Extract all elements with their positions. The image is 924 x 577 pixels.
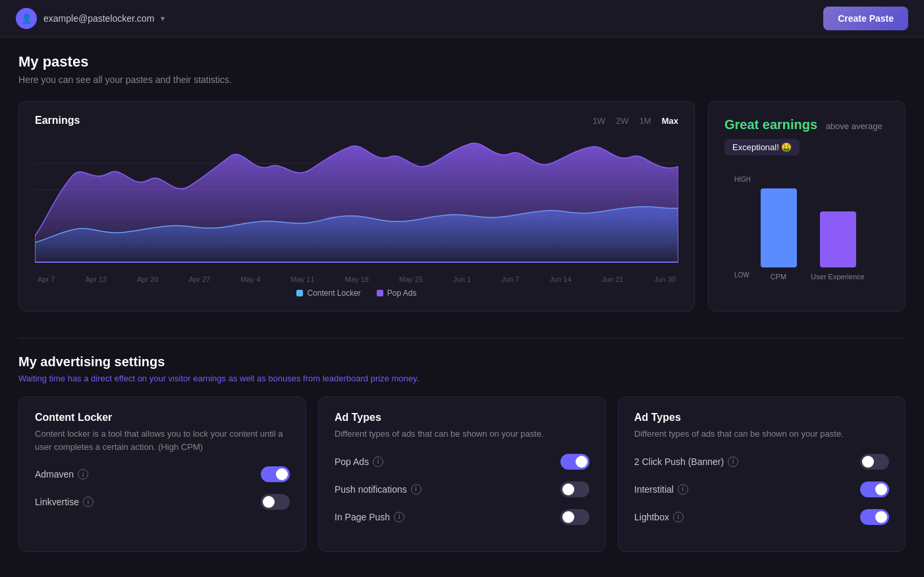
two-click-push-label: 2 Click Push (Banner) i (634, 456, 738, 467)
interstitial-info-icon[interactable]: i (678, 484, 688, 495)
push-notifications-info-icon[interactable]: i (411, 484, 421, 495)
two-click-push-info-icon[interactable]: i (728, 456, 738, 467)
admaven-label: Admaven i (35, 469, 88, 480)
admaven-toggle[interactable] (261, 466, 290, 482)
page-subtitle: Here you can see all your pastes and the… (18, 74, 906, 85)
exceptional-badge: Exceptional! 🤑 (724, 139, 800, 155)
earnings-chart-card: Earnings 1W 2W 1M Max (18, 101, 695, 312)
filter-2w[interactable]: 2W (616, 116, 629, 126)
x-label-apr7: Apr 7 (38, 275, 55, 283)
pop-ads-text: Pop Ads (335, 456, 369, 467)
chevron-down-icon: ▾ (161, 14, 165, 23)
earnings-header: Earnings 1W 2W 1M Max (35, 115, 678, 126)
ad-types-1-title: Ad Types (335, 412, 589, 424)
two-click-push-text: 2 Click Push (Banner) (634, 456, 724, 467)
legend-dot-content-locker (296, 290, 303, 296)
avatar: 👤 (16, 8, 37, 29)
interstitial-text: Interstitial (634, 484, 674, 495)
ad-types-card-2: Ad Types Different types of ads that can… (618, 397, 906, 552)
content-locker-card-title: Content Locker (35, 412, 290, 424)
svg-text:User Experience: User Experience (811, 273, 864, 281)
push-notifications-label: Push notifications i (335, 484, 421, 495)
lightbox-toggle[interactable] (860, 509, 889, 525)
x-label-apr13: Apr 13 (85, 275, 106, 283)
admaven-toggle-row: Admaven i (35, 466, 290, 482)
x-label-jun21: Jun 21 (602, 275, 624, 283)
two-click-push-toggle[interactable] (860, 454, 889, 470)
earnings-title: Earnings (35, 115, 80, 126)
ad-types-2-title: Ad Types (634, 412, 889, 424)
pop-ads-toggle-row: Pop Ads i (335, 454, 589, 470)
x-label-apr20: Apr 20 (137, 275, 158, 283)
lightbox-toggle-row: Lightbox i (634, 509, 889, 525)
ad-types-card-1: Ad Types Different types of ads that can… (318, 397, 606, 552)
pop-ads-toggle[interactable] (560, 454, 589, 470)
linkvertise-info-icon[interactable]: i (83, 497, 94, 507)
x-label-apr27: Apr 27 (189, 275, 210, 283)
earnings-rating-header: Great earnings above average (724, 117, 889, 132)
cpm-bar (761, 188, 797, 267)
user-email: example@pastelocker.com (43, 13, 154, 24)
create-paste-button[interactable]: Create Paste (823, 7, 908, 30)
ad-types-2-desc: Different types of ads that can be shown… (634, 427, 889, 441)
page-title: My pastes (18, 53, 906, 70)
linkvertise-text: Linkvertise (35, 497, 79, 507)
filter-max[interactable]: Max (662, 116, 678, 126)
user-menu[interactable]: 👤 example@pastelocker.com ▾ (16, 8, 165, 29)
x-label-jun14: Jun 14 (549, 275, 571, 283)
legend-content-locker: Content Locker (296, 288, 360, 298)
x-label-jun7: Jun 7 (501, 275, 519, 283)
legend-dot-pop-ads (377, 290, 383, 296)
x-label-may11: May 11 (290, 275, 314, 283)
earnings-svg (35, 137, 678, 269)
ad-types-1-desc: Different types of ads that can be shown… (335, 427, 589, 441)
ad-settings-section: My advertising settings Waiting time has… (18, 354, 906, 383)
pop-ads-area (35, 143, 678, 262)
great-earnings-label: Great earnings (724, 117, 817, 132)
bar-chart-svg: HIGH LOW CPM User Experience (724, 169, 889, 287)
time-filters: 1W 2W 1M Max (593, 116, 678, 126)
in-page-push-toggle-row: In Page Push i (335, 509, 589, 525)
chart-legend: Content Locker Pop Ads (35, 288, 678, 298)
legend-label-pop-ads: Pop Ads (387, 288, 417, 298)
pop-ads-label: Pop Ads i (335, 456, 383, 467)
interstitial-label: Interstitial i (634, 484, 688, 495)
page-content: My pastes Here you can see all your past… (0, 38, 924, 568)
interstitial-toggle[interactable] (860, 481, 889, 497)
filter-1m[interactable]: 1M (639, 116, 651, 126)
x-label-jun1: Jun 1 (453, 275, 471, 283)
earnings-info-card: Great earnings above average Exceptional… (708, 101, 906, 312)
linkvertise-toggle-row: Linkvertise i (35, 494, 290, 510)
x-label-may25: May 25 (399, 275, 423, 283)
push-notifications-text: Push notifications (335, 484, 407, 495)
section-divider (18, 338, 906, 339)
above-average-label: above average (826, 121, 883, 131)
in-page-push-toggle[interactable] (560, 509, 589, 525)
bar-chart-area: HIGH LOW CPM User Experience (724, 169, 889, 290)
ad-settings-subtitle: Waiting time has a direct effect on your… (18, 373, 906, 383)
admaven-info-icon[interactable]: i (78, 469, 88, 480)
cards-row: Content Locker Content locker is a tool … (18, 397, 906, 552)
lightbox-info-icon[interactable]: i (673, 512, 684, 522)
push-notifications-toggle[interactable] (560, 481, 589, 497)
in-page-push-info-icon[interactable]: i (394, 512, 404, 522)
earnings-section: Earnings 1W 2W 1M Max (18, 101, 906, 312)
x-label-jun30: Jun 30 (654, 275, 676, 283)
filter-1w[interactable]: 1W (593, 116, 606, 126)
linkvertise-toggle[interactable] (261, 494, 290, 510)
x-label-may4: May 4 (240, 275, 260, 283)
push-notifications-toggle-row: Push notifications i (335, 481, 589, 497)
admaven-text: Admaven (35, 469, 74, 480)
x-label-may18: May 18 (345, 275, 369, 283)
in-page-push-text: In Page Push (335, 512, 390, 522)
svg-text:HIGH: HIGH (734, 176, 751, 183)
pop-ads-info-icon[interactable]: i (373, 456, 383, 467)
chart-area (35, 137, 678, 269)
legend-pop-ads: Pop Ads (377, 288, 417, 298)
ad-settings-title: My advertising settings (18, 354, 906, 370)
content-locker-card: Content Locker Content locker is a tool … (18, 397, 306, 552)
svg-text:CPM: CPM (771, 273, 786, 281)
linkvertise-label: Linkvertise i (35, 497, 94, 507)
two-click-push-toggle-row: 2 Click Push (Banner) i (634, 454, 889, 470)
svg-text:LOW: LOW (734, 271, 749, 279)
